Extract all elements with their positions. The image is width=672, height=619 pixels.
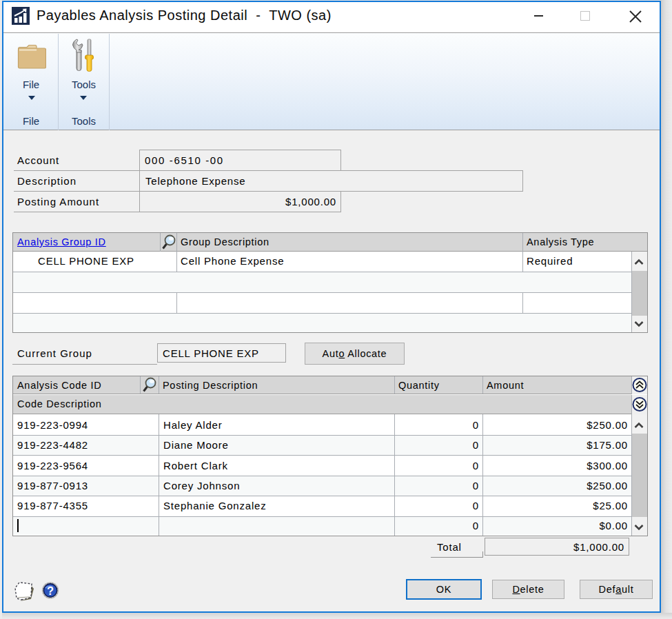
svg-text:?: ? <box>47 585 54 597</box>
